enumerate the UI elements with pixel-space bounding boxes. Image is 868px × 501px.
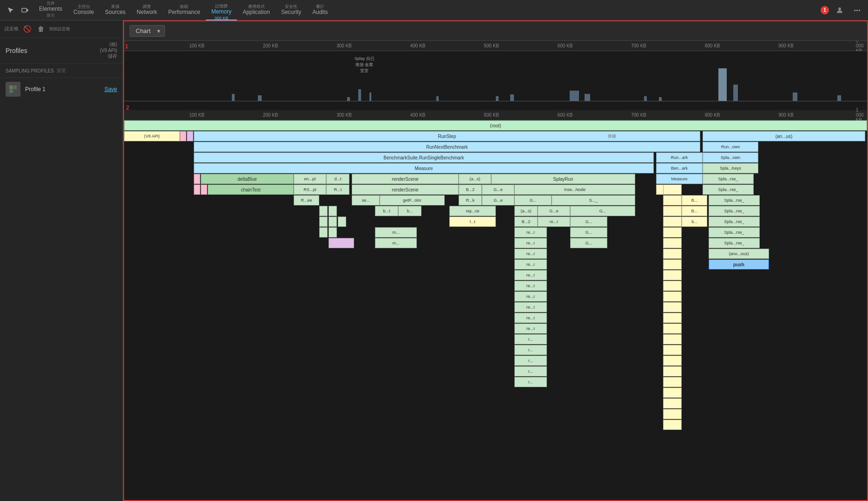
flame-s[interactable]: S..._ — [552, 195, 635, 205]
flame-anus[interactable]: (an...us) — [703, 131, 865, 141]
flame-m2[interactable]: m... — [375, 238, 417, 248]
tab-memory[interactable]: 記憶體 Memory 000 KB — [206, 0, 237, 20]
flame-splarse3[interactable]: Spla...rse_ — [709, 195, 760, 205]
flame-rer5[interactable]: re...r — [514, 259, 547, 270]
cursor-icon[interactable] — [4, 3, 18, 17]
tab-network[interactable]: 調查 Network — [131, 0, 163, 20]
flame-yellow-r12[interactable] — [663, 302, 682, 312]
flame-yellow-r18[interactable] — [663, 366, 682, 376]
flame-yellow-r19[interactable] — [663, 377, 682, 387]
flame-rer11[interactable]: re...r — [514, 323, 547, 334]
flame-rt[interactable]: R...t — [326, 185, 349, 195]
flame-se[interactable]: se... — [352, 195, 380, 205]
flame-yellow-r17[interactable] — [663, 356, 682, 366]
flame-green-r3[interactable] — [319, 217, 328, 227]
flame-dt[interactable]: d...t — [326, 174, 349, 184]
chart-type-select[interactable]: Chart — [130, 25, 165, 37]
flame-r1[interactable]: r... — [514, 334, 547, 344]
flame-b2-row9[interactable]: B...2 — [514, 217, 538, 227]
flame-rer9[interactable]: re...r — [514, 302, 547, 312]
flame-yellow-r11[interactable] — [663, 291, 682, 302]
flame-g6[interactable]: G... — [570, 217, 607, 227]
flame-runnext[interactable]: RunNextBenchmark — [194, 142, 700, 152]
flame-lt[interactable]: l...t — [449, 217, 496, 227]
flame-deltablue-block[interactable] — [194, 174, 200, 184]
flame-splayrun[interactable]: SplayRun — [491, 174, 635, 184]
tab-console[interactable]: 主控台 Console — [68, 0, 99, 20]
flame-benark[interactable]: Ben...ark — [656, 163, 703, 173]
flame-measure2[interactable]: Measure — [656, 174, 703, 184]
flame-r3[interactable]: r... — [514, 356, 547, 366]
flame-rer1[interactable]: re...r — [538, 217, 570, 227]
flame-purple-r8[interactable] — [329, 238, 354, 248]
flame-yellow-r3[interactable] — [663, 206, 682, 216]
flame-yellow-r5[interactable] — [663, 227, 682, 237]
flame-rayce[interactable]: ray...ce — [449, 206, 496, 216]
flame-measure[interactable]: Measure — [194, 163, 654, 173]
flame-splarse4[interactable]: Spla...rse_ — [709, 206, 760, 216]
flame-v8api[interactable]: (V8 API) — [124, 131, 180, 141]
flame-g7[interactable]: G... — [570, 227, 607, 237]
flame-rer2[interactable]: re...r — [514, 227, 547, 237]
flame-green-r2[interactable] — [329, 206, 337, 216]
flame-green-r1[interactable] — [319, 206, 328, 216]
flame-runown[interactable]: Run...own — [703, 142, 758, 152]
flame-yellow-r9[interactable] — [663, 270, 682, 280]
flame-rer7[interactable]: re...r — [514, 281, 547, 291]
user-icon[interactable] — [833, 3, 847, 17]
flame-yellow-r16[interactable] — [663, 345, 682, 355]
flame-rspt[interactable]: RS...pt — [294, 185, 326, 195]
flame-deltablue[interactable]: deltaBlue — [201, 174, 294, 184]
flame-enpt[interactable]: en...pt — [294, 174, 326, 184]
flame-yellow-r20[interactable] — [663, 388, 682, 398]
flame-splarse7[interactable]: Spla...rse_ — [709, 238, 760, 248]
flame-push[interactable]: push — [709, 259, 769, 270]
flame-splarse5[interactable]: Spla...rse_ — [709, 217, 760, 227]
flame-runark[interactable]: Run...ark — [656, 152, 703, 163]
flame-chaintest-block2[interactable] — [201, 185, 207, 195]
flame-rk[interactable]: R...k — [459, 195, 482, 205]
profile-save-link[interactable]: Save — [105, 86, 117, 92]
flame-runstep[interactable]: RunStep 排後 — [194, 131, 700, 141]
flame-yellow-r15[interactable] — [663, 334, 682, 344]
flame-r5[interactable]: r... — [514, 377, 547, 387]
flame-green-r7[interactable] — [329, 227, 337, 237]
flame-renderscene1[interactable]: renderScene — [352, 174, 459, 184]
tab-performance[interactable]: 效能 Performance — [163, 0, 206, 20]
flame-ge2[interactable]: G...e — [482, 195, 514, 205]
device-icon[interactable] — [18, 3, 32, 17]
flame-insenode[interactable]: Inse...Node — [514, 185, 635, 195]
flame-b-right3[interactable]: b... — [682, 217, 707, 227]
flame-rer4[interactable]: re...r — [514, 249, 547, 259]
flame-splakeys[interactable]: Spla...Keys — [703, 163, 758, 173]
flame-yellow-r2[interactable] — [663, 195, 682, 205]
flame-yellow-r23[interactable] — [663, 420, 682, 430]
flame-b-right1[interactable]: B... — [682, 195, 707, 205]
flame-g3[interactable]: G... — [514, 195, 552, 205]
tab-security[interactable]: 安全性 Security — [276, 0, 307, 20]
flame-getpcolor[interactable]: getP...olor — [380, 195, 445, 205]
flame-yellow-r13[interactable] — [663, 313, 682, 323]
flame-rer8[interactable]: re...r — [514, 291, 547, 302]
flame-ge1[interactable]: G...e — [482, 185, 514, 195]
no-icon[interactable]: 🚫 — [21, 23, 33, 34]
flame-ge4[interactable]: G...e — [538, 206, 570, 216]
flame-rer10[interactable]: re...r — [514, 313, 547, 323]
tab-elements[interactable]: 元件 Elements 圖表 — [33, 0, 68, 20]
more-icon[interactable]: ••• — [850, 3, 864, 17]
flame-root[interactable]: (root) — [124, 120, 867, 131]
flame-yellow-r4[interactable] — [663, 217, 682, 227]
flame-rer6[interactable]: re...r — [514, 270, 547, 280]
flame-r2[interactable]: r... — [514, 345, 547, 355]
flame-m1[interactable]: m... — [375, 227, 417, 237]
profile-1-item[interactable]: Profile 1 Save — [0, 78, 123, 100]
flame-yellow-r22[interactable] — [663, 409, 682, 419]
tab-application[interactable]: 應用程式 Application — [237, 0, 276, 20]
flame-rer3[interactable]: re...r — [514, 238, 547, 248]
flame-green-r5[interactable] — [338, 217, 346, 227]
flame-benchsuite[interactable]: BenchmarkSuite.RunSingleBenchmark — [194, 152, 654, 163]
flame-splaown[interactable]: Spla...own — [703, 152, 758, 163]
flame-v8-block2[interactable] — [187, 131, 193, 141]
flame-anoous[interactable]: (ano...ous) — [709, 249, 769, 259]
flame-r4[interactable]: r... — [514, 366, 547, 376]
